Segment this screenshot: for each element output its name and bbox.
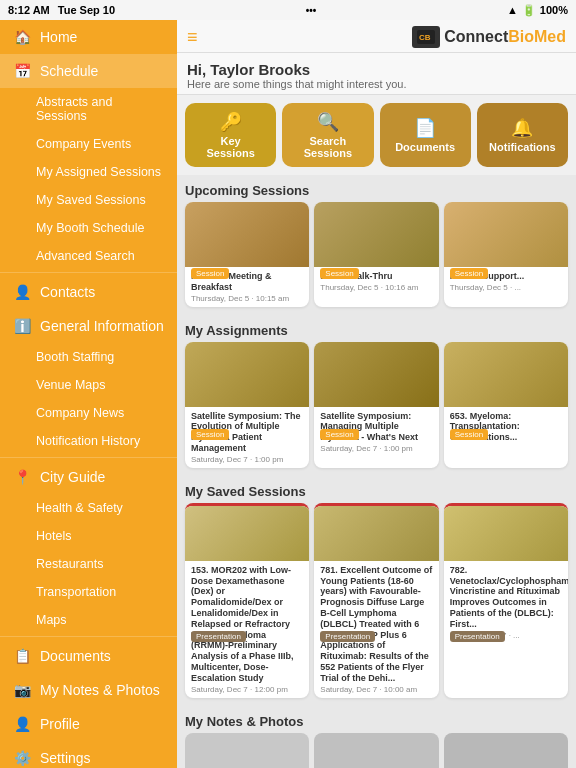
key-icon: 🔑 (220, 111, 242, 133)
saved-card-2[interactable]: Presentation 781. Excellent Outcome of Y… (314, 503, 438, 698)
assignment-card-1[interactable]: Session Satellite Symposium: The Evoluti… (185, 342, 309, 468)
documents-icon: 📋 (12, 648, 32, 664)
saved-badge-2: Presentation (320, 631, 375, 642)
saved-image-2 (314, 506, 438, 561)
upcoming-card-2[interactable]: Session Booth Walk-Thru Thursday, Dec 5 … (314, 202, 438, 307)
sidebar-sub-restaurants[interactable]: Restaurants (0, 550, 177, 578)
status-bar: 8:12 AM Tue Sep 10 ••• ▲ 🔋 100% (0, 0, 576, 20)
assignment-card-3[interactable]: Session 653. Myeloma: Transplantation: C… (444, 342, 568, 468)
sidebar-label-settings: Settings (40, 750, 91, 766)
battery-percent: 100% (540, 4, 568, 16)
sidebar-sub-assigned[interactable]: My Assigned Sessions (0, 158, 177, 186)
upcoming-card-1[interactable]: Session Pre-Con Meeting & Breakfast Thur… (185, 202, 309, 307)
card-image-3 (444, 202, 568, 267)
notes-card-2[interactable] (314, 733, 438, 768)
notes-photos-row (177, 733, 576, 768)
assignment-card-2[interactable]: Session Satellite Symposium: Managing Mu… (314, 342, 438, 468)
card-badge-3: Session (450, 268, 488, 279)
assign-badge-2: Session (320, 429, 358, 440)
saved-cards-row: Presentation 153. MOR202 with Low-Dose D… (177, 503, 576, 706)
saved-card-1[interactable]: Presentation 153. MOR202 with Low-Dose D… (185, 503, 309, 698)
svg-text:CB: CB (419, 33, 431, 42)
saved-title-1: 153. MOR202 with Low-Dose Dexamethasone … (191, 565, 303, 684)
assignments-cards-row: Session Satellite Symposium: The Evoluti… (177, 342, 576, 476)
docs-icon: 📄 (414, 117, 436, 139)
hamburger-button[interactable]: ≡ (187, 27, 198, 48)
sidebar-sub-advanced-search[interactable]: Advanced Search (0, 242, 177, 270)
sidebar-label-profile: Profile (40, 716, 80, 732)
sidebar-label-notes: My Notes & Photos (40, 682, 160, 698)
info-icon: ℹ️ (12, 318, 32, 334)
saved-image-3 (444, 506, 568, 561)
sidebar-sub-transportation[interactable]: Transportation (0, 578, 177, 606)
assign-image-2 (314, 342, 438, 407)
saved-card-3[interactable]: Presentation 782. Venetoclax/Cyclophosph… (444, 503, 568, 698)
greeting-subtitle: Here are some things that might interest… (187, 78, 566, 90)
contacts-icon: 👤 (12, 284, 32, 300)
notes-card-1[interactable] (185, 733, 309, 768)
sidebar-label-documents: Documents (40, 648, 111, 664)
card-badge-1: Session (191, 268, 229, 279)
assign-date-1: Saturday, Dec 7 · 1:00 pm (191, 455, 303, 464)
logo-text: ConnectBioMed (444, 28, 566, 46)
search-label: Search Sessions (304, 135, 352, 159)
quick-actions: 🔑 Key Sessions 🔍 Search Sessions 📄 Docum… (177, 95, 576, 175)
card-image-1 (185, 202, 309, 267)
sidebar-item-city-guide[interactable]: 📍 City Guide (0, 460, 177, 494)
documents-button[interactable]: 📄 Documents (380, 103, 471, 167)
main-content: ≡ CB ConnectBioMed Hi, Taylor Brooks Her… (177, 20, 576, 768)
notes-section-title: My Notes & Photos (177, 706, 576, 733)
sidebar-sub-maps[interactable]: Maps (0, 606, 177, 634)
search-icon: 🔍 (317, 111, 339, 133)
settings-icon: ⚙️ (12, 750, 32, 766)
sidebar-sub-venue-maps[interactable]: Venue Maps (0, 371, 177, 399)
sidebar-item-general-info[interactable]: ℹ️ General Information (0, 309, 177, 343)
sidebar-sub-notif-history[interactable]: Notification History (0, 427, 177, 455)
sidebar-item-schedule[interactable]: 📅 Schedule (0, 54, 177, 88)
city-icon: 📍 (12, 469, 32, 485)
sidebar-item-settings[interactable]: ⚙️ Settings (0, 741, 177, 768)
sidebar-sub-hotels[interactable]: Hotels (0, 522, 177, 550)
card-image-2 (314, 202, 438, 267)
saved-content-1: 153. MOR202 with Low-Dose Dexamethasone … (185, 561, 309, 698)
sidebar-item-contacts[interactable]: 👤 Contacts (0, 275, 177, 309)
sidebar-label-contacts: Contacts (40, 284, 95, 300)
notifications-button[interactable]: 🔔 Notifications (477, 103, 568, 167)
sidebar-sub-abstracts[interactable]: Abstracts and Sessions (0, 88, 177, 130)
status-date: Tue Sep 10 (58, 4, 115, 16)
sidebar-sub-company-events[interactable]: Company Events (0, 130, 177, 158)
assign-image-1 (185, 342, 309, 407)
battery-icon: 🔋 (522, 4, 536, 17)
sidebar: 🏠 Home 📅 Schedule Abstracts and Sessions… (0, 20, 177, 768)
assign-date-2: Saturday, Dec 7 · 1:00 pm (320, 444, 432, 453)
sidebar-item-notes-photos[interactable]: 📷 My Notes & Photos (0, 673, 177, 707)
notes-icon: 📷 (12, 682, 32, 698)
saved-title-3: 782. Venetoclax/Cyclophosphamide/ Vincri… (450, 565, 562, 630)
key-label: Key Sessions (206, 135, 254, 159)
assign-content-3: 653. Myeloma: Transplantation: Combinati… (444, 407, 568, 448)
sidebar-item-documents[interactable]: 📋 Documents (0, 639, 177, 673)
schedule-icon: 📅 (12, 63, 32, 79)
status-right: ▲ 🔋 100% (507, 4, 568, 17)
upcoming-card-3[interactable]: Session Patient Support... Thursday, Dec… (444, 202, 568, 307)
app-logo: CB ConnectBioMed (412, 26, 566, 48)
sidebar-label-home: Home (40, 29, 77, 45)
sidebar-item-profile[interactable]: 👤 Profile (0, 707, 177, 741)
greeting-name: Hi, Taylor Brooks (187, 61, 566, 78)
key-sessions-button[interactable]: 🔑 Key Sessions (185, 103, 276, 167)
search-sessions-button[interactable]: 🔍 Search Sessions (282, 103, 373, 167)
sidebar-label-schedule: Schedule (40, 63, 98, 79)
sidebar-label-city: City Guide (40, 469, 105, 485)
notes-card-3[interactable] (444, 733, 568, 768)
sidebar-sub-booth[interactable]: My Booth Schedule (0, 214, 177, 242)
sidebar-item-home[interactable]: 🏠 Home (0, 20, 177, 54)
sidebar-sub-booth-staffing[interactable]: Booth Staffing (0, 343, 177, 371)
assign-image-3 (444, 342, 568, 407)
sidebar-sub-health[interactable]: Health & Safety (0, 494, 177, 522)
card-date-3: Thursday, Dec 5 · ... (450, 283, 562, 292)
saved-section-title: My Saved Sessions (177, 476, 576, 503)
saved-content-2: 781. Excellent Outcome of Young Patients… (314, 561, 438, 698)
sidebar-sub-saved[interactable]: My Saved Sessions (0, 186, 177, 214)
assignments-section-title: My Assignments (177, 315, 576, 342)
sidebar-sub-company-news[interactable]: Company News (0, 399, 177, 427)
